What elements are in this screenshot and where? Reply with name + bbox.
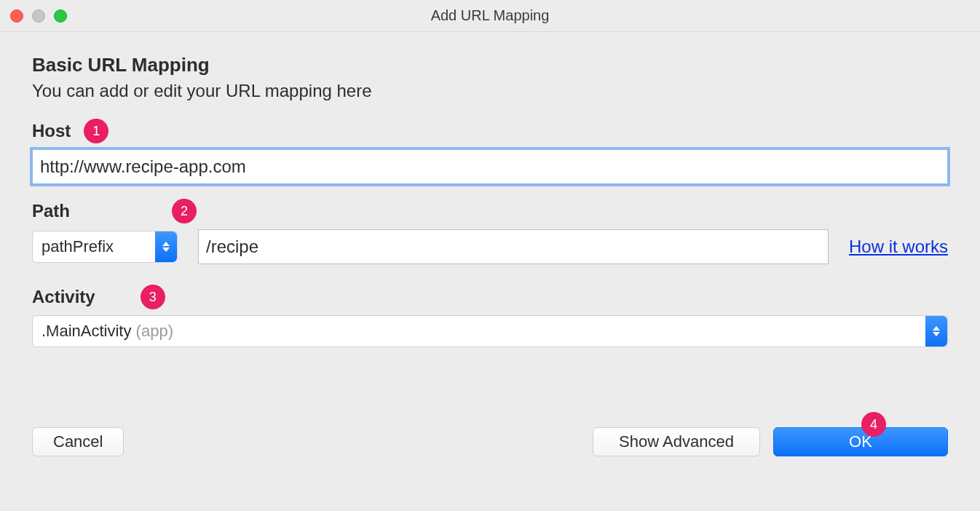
- how-it-works-link[interactable]: How it works: [849, 237, 948, 257]
- callout-badge-4: 4: [861, 412, 886, 437]
- svg-marker-0: [162, 242, 170, 246]
- activity-select[interactable]: .MainActivity (app): [32, 315, 948, 347]
- titlebar: Add URL Mapping: [0, 0, 980, 32]
- ok-button[interactable]: 4 OK: [773, 427, 948, 456]
- callout-badge-2: 2: [172, 199, 197, 223]
- host-input[interactable]: [32, 149, 948, 184]
- path-type-value: pathPrefix: [42, 237, 155, 256]
- show-advanced-button[interactable]: Show Advanced: [593, 427, 760, 456]
- host-label-row: Host 1: [32, 119, 948, 143]
- chevron-up-down-icon: [925, 316, 947, 346]
- path-label-row: Path 2: [32, 199, 948, 223]
- activity-label-row: Activity 3: [32, 285, 948, 309]
- window-title: Add URL Mapping: [0, 7, 980, 24]
- activity-value-main: .MainActivity: [42, 322, 131, 340]
- svg-marker-3: [933, 332, 940, 336]
- section-subtitle: You can add or edit your URL mapping her…: [32, 81, 948, 101]
- chevron-up-down-icon: [155, 231, 177, 262]
- activity-label: Activity: [32, 287, 95, 307]
- activity-value: .MainActivity (app): [42, 322, 925, 341]
- section-heading: Basic URL Mapping: [32, 54, 948, 76]
- path-row: pathPrefix How it works: [32, 229, 948, 264]
- callout-badge-1: 1: [84, 119, 108, 143]
- svg-marker-1: [162, 247, 170, 252]
- button-row: Cancel Show Advanced 4 OK: [32, 427, 948, 471]
- activity-value-muted: (app): [131, 322, 173, 340]
- path-type-select[interactable]: pathPrefix: [32, 231, 178, 263]
- path-label: Path: [32, 201, 70, 221]
- callout-badge-3: 3: [141, 285, 165, 309]
- svg-marker-2: [933, 326, 940, 330]
- host-label: Host: [32, 121, 71, 141]
- path-input[interactable]: [198, 229, 829, 264]
- cancel-button[interactable]: Cancel: [32, 427, 124, 456]
- dialog-content: Basic URL Mapping You can add or edit yo…: [0, 32, 980, 486]
